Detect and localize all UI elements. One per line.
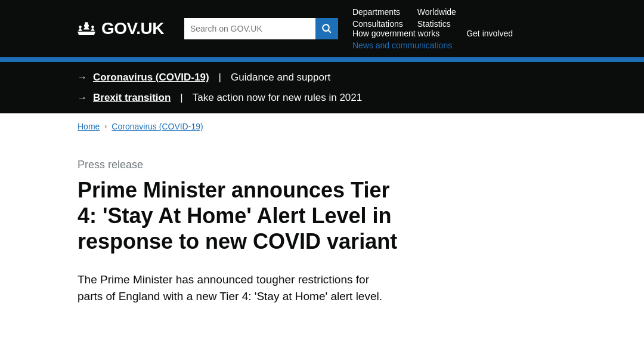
gov-uk-logo[interactable]: GOV.UK bbox=[78, 19, 164, 38]
nav-get-involved[interactable]: Get involved bbox=[466, 29, 513, 38]
nav-col-3: How government works News and communicat… bbox=[352, 29, 452, 50]
main-content: Press release Prime Minister announces T… bbox=[0, 140, 644, 329]
arrow-icon-brexit: → bbox=[78, 92, 87, 103]
covid-alert-text: Guidance and support bbox=[231, 72, 330, 84]
nav-news[interactable]: News and communications bbox=[352, 41, 452, 50]
alert-separator-brexit: | bbox=[180, 92, 182, 104]
breadcrumb-chevron-icon: › bbox=[104, 122, 107, 131]
logo-text: GOV.UK bbox=[101, 19, 164, 38]
article-title: Prime Minister announces Tier 4: 'Stay A… bbox=[78, 177, 411, 255]
search-input[interactable] bbox=[184, 18, 315, 39]
alert-section: → Coronavirus (COVID-19) | Guidance and … bbox=[0, 62, 644, 113]
covid-alert-link[interactable]: Coronavirus (COVID-19) bbox=[93, 72, 209, 84]
crown-icon bbox=[78, 21, 95, 36]
nav-how-government[interactable]: How government works bbox=[352, 29, 452, 38]
breadcrumb-covid[interactable]: Coronavirus (COVID-19) bbox=[112, 122, 203, 131]
nav-col-4: Get involved bbox=[466, 29, 513, 38]
nav-col-2: Worldwide Statistics bbox=[417, 7, 456, 29]
alert-separator-covid: | bbox=[219, 72, 221, 84]
breadcrumb-home[interactable]: Home bbox=[78, 122, 100, 131]
breadcrumb-section: Home › Coronavirus (COVID-19) bbox=[0, 113, 644, 140]
accent-bar bbox=[0, 57, 644, 62]
alert-item-covid: → Coronavirus (COVID-19) | Guidance and … bbox=[78, 72, 566, 84]
brexit-alert-text: Take action now for new rules in 2021 bbox=[193, 92, 362, 104]
search-icon bbox=[321, 23, 332, 34]
search-button[interactable] bbox=[315, 18, 338, 39]
nav-col-1: Departments Consultations bbox=[352, 7, 403, 29]
article-description: The Prime Minister has announced tougher… bbox=[78, 271, 388, 305]
nav-worldwide[interactable]: Worldwide bbox=[417, 7, 456, 17]
nav-consultations[interactable]: Consultations bbox=[352, 19, 403, 29]
search-form bbox=[184, 18, 338, 39]
article-label: Press release bbox=[78, 159, 566, 171]
arrow-icon-covid: → bbox=[78, 72, 87, 83]
alert-item-brexit: → Brexit transition | Take action now fo… bbox=[78, 92, 566, 104]
svg-point-0 bbox=[323, 24, 329, 31]
brexit-alert-link[interactable]: Brexit transition bbox=[93, 92, 171, 104]
nav-departments[interactable]: Departments bbox=[352, 7, 403, 17]
breadcrumb: Home › Coronavirus (COVID-19) bbox=[78, 122, 566, 131]
main-nav: Departments Consultations Worldwide Stat… bbox=[352, 7, 566, 50]
nav-statistics[interactable]: Statistics bbox=[417, 19, 456, 29]
site-header: GOV.UK Departments Consultations Worldwi… bbox=[0, 0, 644, 113]
